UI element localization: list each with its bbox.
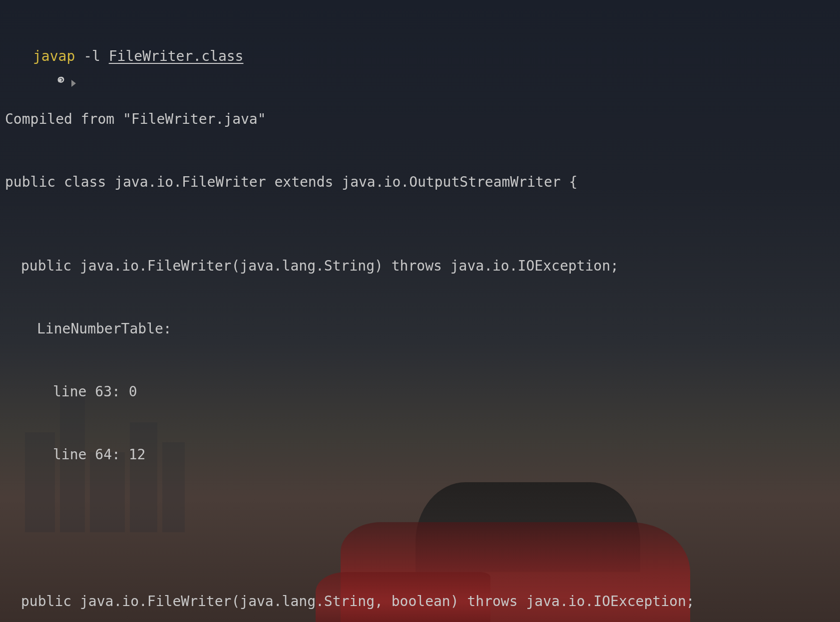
compiled-from-line: Compiled from "FileWriter.java" — [5, 109, 835, 130]
terminal-output[interactable]: javap -l FileWriter.class Compiled from … — [0, 0, 840, 622]
method-signature: public java.io.FileWriter(java.lang.Stri… — [5, 256, 835, 277]
prompt-arrow-icon — [20, 52, 27, 61]
command-flag: -l — [75, 46, 108, 67]
line-number-table-header: LineNumberTable: — [5, 318, 835, 339]
command-file-arg: FileWriter.class — [109, 46, 244, 67]
line-number-entry: line 64: 12 — [5, 444, 835, 465]
debian-swirl-icon — [5, 51, 16, 62]
command-name: javap — [33, 46, 75, 67]
command-prompt-line: javap -l FileWriter.class — [5, 46, 835, 67]
line-number-entry: line 63: 0 — [5, 381, 835, 402]
class-declaration: public class java.io.FileWriter extends … — [5, 172, 835, 193]
method-signature: public java.io.FileWriter(java.lang.Stri… — [5, 591, 835, 612]
blank-line — [5, 507, 835, 528]
